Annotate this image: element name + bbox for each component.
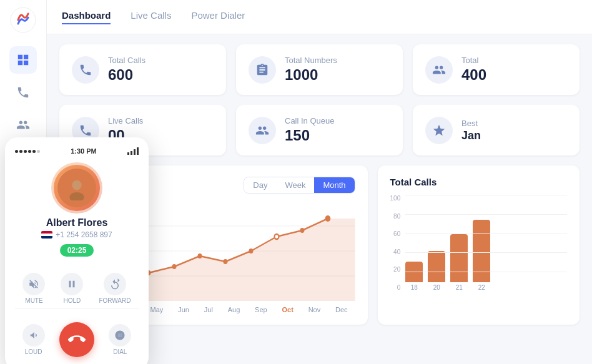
phone-time: 1:30 PM	[71, 147, 97, 155]
sidebar-item-dashboard[interactable]	[9, 46, 37, 74]
phone-end-row: LOUD DIAL	[5, 312, 149, 357]
caller-name: Albert Flores	[46, 217, 108, 229]
svg-point-12	[274, 234, 279, 239]
caller-number: +1 254 2658 897	[56, 230, 112, 239]
phone-controls-top: MUTE HOLD FORWARD	[5, 264, 149, 304]
star-icon	[425, 117, 453, 144]
bar-chart-title: Total Calls	[390, 177, 437, 187]
stat-queue-value: 150	[285, 127, 335, 144]
hold-label: HOLD	[64, 297, 81, 304]
phone-icon	[72, 56, 99, 84]
queue-icon	[249, 117, 276, 144]
x-label-9: Nov	[308, 306, 321, 313]
hold-btn[interactable]	[61, 273, 83, 295]
svg-point-13	[300, 228, 304, 233]
bar-col-20: 20	[428, 251, 445, 291]
forward-control[interactable]: FORWARD	[99, 273, 131, 304]
x-label-3: May	[150, 306, 164, 313]
loud-btn[interactable]	[22, 324, 45, 347]
svg-point-14	[325, 215, 331, 222]
stat-call-in-queue: Call In Queue 150	[236, 105, 403, 155]
phone-overlay: 1:30 PM Albert Flores +1 254 2658 897 02…	[5, 137, 149, 364]
bar-21	[450, 234, 468, 282]
stat-total-numbers: Total Numbers 1000	[236, 44, 403, 95]
clipboard-icon	[249, 56, 276, 84]
stat-queue-label: Call In Queue	[285, 116, 335, 125]
filter-day-btn[interactable]: Day	[244, 177, 276, 193]
svg-point-16	[69, 192, 84, 200]
stat-total-numbers-value: 1000	[285, 66, 337, 84]
stat-queue-info: Call In Queue 150	[285, 116, 335, 144]
caller-number-row: +1 254 2658 897	[41, 230, 112, 239]
x-label-10: Dec	[335, 306, 348, 313]
bar-18	[405, 262, 423, 282]
phone-dots	[15, 147, 40, 155]
forward-btn[interactable]	[104, 273, 126, 295]
sidebar-item-calls[interactable]	[9, 79, 37, 106]
dial-btn[interactable]	[109, 324, 131, 347]
y-label-40: 40	[393, 248, 400, 255]
tab-dashboard[interactable]: Dashboard	[62, 10, 111, 24]
bar-chart-header: Total Calls	[390, 177, 567, 187]
end-call-button[interactable]	[59, 322, 94, 357]
mute-btn[interactable]	[22, 273, 45, 295]
dial-label: DIAL	[113, 348, 127, 355]
bar-col-22: 22	[473, 220, 490, 291]
phone-status-bar: 1:30 PM	[5, 147, 149, 160]
bar-label-21: 21	[456, 284, 463, 291]
stat-total-agents-info: Total 400	[461, 56, 486, 84]
x-label-8: Oct	[282, 306, 293, 313]
users-icon	[425, 56, 453, 84]
call-timer: 02:25	[60, 244, 94, 257]
stat-total-numbers-label: Total Numbers	[285, 56, 337, 65]
stats-row-1: Total Calls 600 Total Numbers 1000 Total…	[47, 34, 592, 105]
stat-best-value: Jan	[461, 129, 481, 142]
tab-live-calls[interactable]: Live Calls	[131, 10, 171, 24]
mute-label: MUTE	[25, 297, 42, 304]
bar-20	[428, 251, 445, 282]
forward-label: FORWARD	[99, 297, 131, 304]
stat-total-calls-label: Total Calls	[108, 56, 146, 65]
svg-point-10	[223, 259, 227, 264]
stat-total-label: Total	[461, 56, 486, 65]
bar-22	[473, 220, 490, 282]
tab-power-dialer[interactable]: Power Dialer	[191, 10, 245, 24]
bar-label-18: 18	[411, 284, 418, 291]
stat-total-calls: Total Calls 600	[59, 44, 226, 95]
dial-control[interactable]: DIAL	[109, 324, 131, 355]
stat-live-calls-label: Live Calls	[108, 116, 143, 125]
top-navigation: Dashboard Live Calls Power Dialer	[47, 0, 592, 34]
svg-point-8	[172, 264, 176, 269]
svg-point-15	[72, 180, 81, 190]
hold-control[interactable]: HOLD	[61, 273, 83, 304]
mute-control[interactable]: MUTE	[22, 273, 45, 304]
x-label-5: Jul	[204, 306, 213, 313]
phone-signal	[127, 147, 139, 155]
x-label-6: Aug	[228, 306, 240, 313]
stat-total-calls-info: Total Calls 600	[108, 56, 146, 84]
bar-label-22: 22	[478, 284, 485, 291]
x-label-4: Jun	[178, 306, 189, 313]
stat-total-value: 400	[461, 66, 486, 84]
y-label-20: 20	[393, 266, 400, 273]
sidebar-item-contacts[interactable]	[9, 111, 37, 139]
stat-total-agents: Total 400	[413, 44, 580, 95]
bar-col-18: 18	[405, 262, 423, 291]
y-label-100: 100	[390, 195, 401, 202]
y-label-0: 0	[397, 284, 401, 291]
phone-avatar-ring	[54, 165, 100, 211]
x-label-7: Sep	[255, 306, 267, 313]
loud-label: LOUD	[25, 348, 42, 355]
y-label-80: 80	[393, 213, 400, 220]
filter-month-btn[interactable]: Month	[314, 177, 354, 193]
loud-control[interactable]: LOUD	[22, 324, 45, 355]
bar-chart-card: Total Calls 100 80 60 40 20 0	[378, 165, 580, 325]
filter-week-btn[interactable]: Week	[276, 177, 314, 193]
svg-point-9	[197, 253, 202, 258]
y-label-60: 60	[393, 230, 400, 237]
stat-best-label: Best	[461, 119, 481, 128]
phone-avatar-area: Albert Flores +1 254 2658 897 02:25	[5, 160, 149, 264]
stat-total-calls-value: 600	[108, 66, 146, 84]
stat-best-info: Best Jan	[461, 119, 481, 142]
svg-point-11	[249, 248, 253, 253]
